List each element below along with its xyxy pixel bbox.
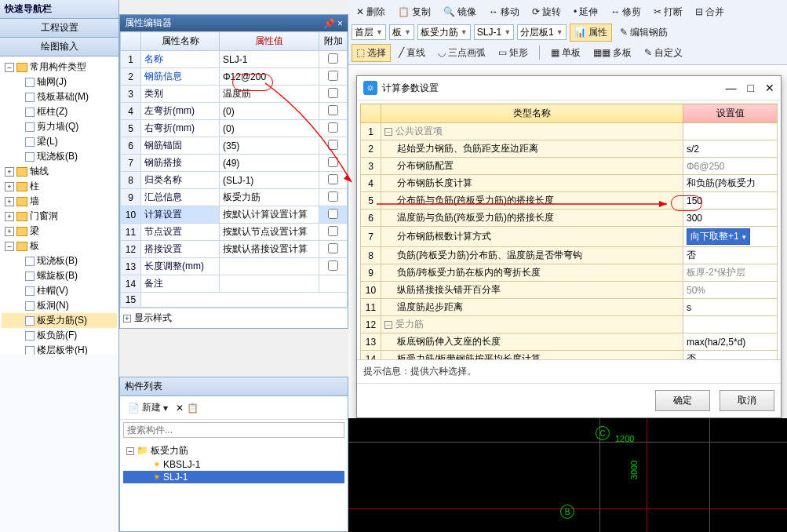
combo-sub[interactable]: 板受力筋▼ xyxy=(417,24,471,40)
tree-group[interactable]: +柱 xyxy=(2,179,117,194)
draw-tool-6[interactable]: ✎ 自定义 xyxy=(639,44,687,62)
calc-row[interactable]: 2起始受力钢筋、负筋距支座边距离s/2 xyxy=(361,140,778,158)
prop-extra-checkbox[interactable] xyxy=(328,157,338,167)
toolbar-btn-旋转[interactable]: ⟳ 旋转 xyxy=(527,3,566,21)
tree-group[interactable]: +门窗洞 xyxy=(2,209,117,224)
toolbar-btn-镜像[interactable]: 🔍 镜像 xyxy=(439,3,481,21)
draw-tool-3[interactable]: ▭ 矩形 xyxy=(494,44,533,62)
prop-row[interactable]: 7钢筋搭接(49) xyxy=(121,155,348,172)
tree-item[interactable]: 筏板基础(M) xyxy=(2,89,117,104)
calc-row[interactable]: 9负筋/跨板受力筋在板内的弯折长度板厚-2*保护层 xyxy=(361,264,778,282)
prop-extra-checkbox[interactable] xyxy=(328,209,338,219)
cad-viewport[interactable]: CB12003000 xyxy=(348,418,787,532)
toolbar-btn-复制[interactable]: 📋 复制 xyxy=(393,3,435,21)
prop-row[interactable]: 6钢筋锚固(35) xyxy=(121,137,348,155)
prop-row[interactable]: 13长度调整(mm) xyxy=(121,258,348,275)
calc-value-dropdown[interactable]: 向下取整+1▾ xyxy=(687,228,750,245)
edit-rebar-button[interactable]: ✎ 编辑钢筋 xyxy=(615,24,672,42)
cancel-button[interactable]: 取消 xyxy=(720,390,774,411)
tree-group[interactable]: –常用构件类型 xyxy=(2,60,117,75)
draw-tool-4[interactable]: ▦ 单板 xyxy=(546,44,585,62)
toolbar-btn-删除[interactable]: ✕ 删除 xyxy=(352,3,390,21)
prop-footer[interactable]: + 显示样式 xyxy=(120,308,348,328)
tree-item[interactable]: 剪力墙(Q) xyxy=(2,119,117,134)
prop-row[interactable]: 4左弯折(mm)(0) xyxy=(121,103,348,120)
maximize-icon[interactable]: □ xyxy=(748,82,754,94)
prop-row[interactable]: 2钢筋信息Φ12@200 xyxy=(121,68,348,86)
toolbar-btn-延伸[interactable]: • 延伸 xyxy=(569,3,603,21)
prop-row[interactable]: 1名称SLJ-1 xyxy=(121,51,348,68)
tree-group[interactable]: +轴线 xyxy=(2,164,117,179)
member-item[interactable]: ✴ SLJ-1 xyxy=(123,471,344,483)
prop-row[interactable]: 3类别温度筋 xyxy=(121,86,348,103)
prop-row[interactable]: 8归类名称(SLJ-1) xyxy=(121,172,348,189)
calc-row[interactable]: 5分布筋与负筋(跨板受力筋)的搭接长度150 xyxy=(361,192,778,210)
toolbar-btn-修剪[interactable]: ↔ 修剪 xyxy=(606,3,646,21)
combo-cat[interactable]: 板▼ xyxy=(389,24,414,40)
calc-row[interactable]: 14板受力筋/板带钢筋按平均长度计算否 xyxy=(361,351,778,360)
tree-item[interactable]: 螺旋板(B) xyxy=(2,268,117,283)
tree-item[interactable]: 梁(L) xyxy=(2,134,117,149)
member-item[interactable]: ✴ KBSLJ-1 xyxy=(123,458,344,471)
combo-floor[interactable]: 首层▼ xyxy=(352,24,386,40)
combo-item[interactable]: SLJ-1▼ xyxy=(474,24,514,40)
tree-group[interactable]: +梁 xyxy=(2,224,117,239)
prop-extra-checkbox[interactable] xyxy=(328,140,338,150)
nav-section-1[interactable]: 工程设置 xyxy=(0,19,118,38)
calc-row[interactable]: 7分布钢筋根数计算方式向下取整+1▾ xyxy=(361,227,778,247)
calc-row[interactable]: 8负筋(跨板受力筋)分布筋、温度筋是否带弯钩否 xyxy=(361,247,778,264)
property-button[interactable]: 📊 属性 xyxy=(570,24,612,42)
draw-tool-5[interactable]: ▦▦ 多板 xyxy=(588,44,636,62)
prop-row[interactable]: 11节点设置按默认节点设置计算 xyxy=(121,224,348,241)
prop-row[interactable]: 12搭接设置按默认搭接设置计算 xyxy=(121,241,348,258)
calc-row[interactable]: 10纵筋搭接接头错开百分率50% xyxy=(361,282,778,299)
member-search-input[interactable] xyxy=(123,422,344,438)
close-icon[interactable]: ✕ xyxy=(765,82,774,94)
combo-layer[interactable]: 分层板1▼ xyxy=(517,24,567,40)
tree-item[interactable]: 柱帽(V) xyxy=(2,283,117,298)
nav-section-2[interactable]: 绘图输入 xyxy=(0,38,118,56)
draw-tool-2[interactable]: ◡ 三点画弧 xyxy=(433,44,490,62)
toolbar-btn-合并[interactable]: ⊟ 合并 xyxy=(690,3,729,21)
prop-extra-checkbox[interactable] xyxy=(328,71,338,81)
delete-icon[interactable]: ✕ xyxy=(176,403,184,414)
prop-extra-checkbox[interactable] xyxy=(328,53,338,64)
prop-row[interactable]: 5右弯折(mm)(0) xyxy=(121,120,348,137)
prop-row[interactable]: 10计算设置按默认计算设置计算 xyxy=(121,206,348,224)
tree-item[interactable]: 现浇板(B) xyxy=(2,253,117,268)
new-member-button[interactable]: 📄 新建 ▾ xyxy=(123,399,173,417)
member-root[interactable]: – 📁 板受力筋 xyxy=(123,443,344,458)
tree-item[interactable]: 轴网(J) xyxy=(2,75,117,89)
calc-row[interactable]: 6温度筋与负筋(跨板受力筋)的搭接长度300 xyxy=(361,210,778,227)
calc-row[interactable]: 13板底钢筋伸入支座的长度max(ha/2,5*d) xyxy=(361,333,778,351)
calc-row[interactable]: 3分布钢筋配置Φ6@250 xyxy=(361,158,778,175)
tree-group[interactable]: +墙 xyxy=(2,194,117,209)
calc-row[interactable]: 12–受力筋 xyxy=(361,316,778,333)
draw-tool-1[interactable]: ╱ 直线 xyxy=(394,44,430,62)
tree-item[interactable]: 现浇板(B) xyxy=(2,149,117,164)
prop-extra-checkbox[interactable] xyxy=(328,174,338,184)
minimize-icon[interactable]: — xyxy=(726,82,737,94)
ok-button[interactable]: 确定 xyxy=(655,390,710,411)
prop-extra-checkbox[interactable] xyxy=(328,226,338,236)
copy-icon[interactable]: 📋 xyxy=(187,403,199,414)
calc-row[interactable]: 1–公共设置项 xyxy=(361,123,778,140)
tree-item[interactable]: 楼层板带(H) xyxy=(2,343,117,355)
tree-item[interactable]: 框柱(Z) xyxy=(2,104,117,119)
prop-extra-checkbox[interactable] xyxy=(328,88,338,98)
dialog-titlebar[interactable]: ⛭ 计算参数设置 — □ ✕ xyxy=(357,76,781,100)
prop-row[interactable]: 14备注 xyxy=(121,275,348,293)
calc-row[interactable]: 4分布钢筋长度计算和负筋(跨板受力 xyxy=(361,175,778,192)
prop-row[interactable]: 9汇总信息板受力筋 xyxy=(121,189,348,206)
tree-item[interactable]: 板受力筋(S) xyxy=(2,313,117,328)
prop-extra-checkbox[interactable] xyxy=(328,105,338,115)
prop-extra-checkbox[interactable] xyxy=(328,243,338,253)
prop-extra-checkbox[interactable] xyxy=(328,191,338,202)
prop-extra-checkbox[interactable] xyxy=(328,122,338,133)
toolbar-btn-移动[interactable]: ↔ 移动 xyxy=(484,3,524,21)
draw-tool-0[interactable]: ⬚ 选择 xyxy=(352,44,391,62)
toolbar-btn-打断[interactable]: ✂ 打断 xyxy=(649,3,687,21)
prop-extra-checkbox[interactable] xyxy=(328,261,338,271)
pin-icon[interactable]: 📌 × xyxy=(323,18,343,29)
tree-item[interactable]: 板负筋(F) xyxy=(2,328,117,343)
